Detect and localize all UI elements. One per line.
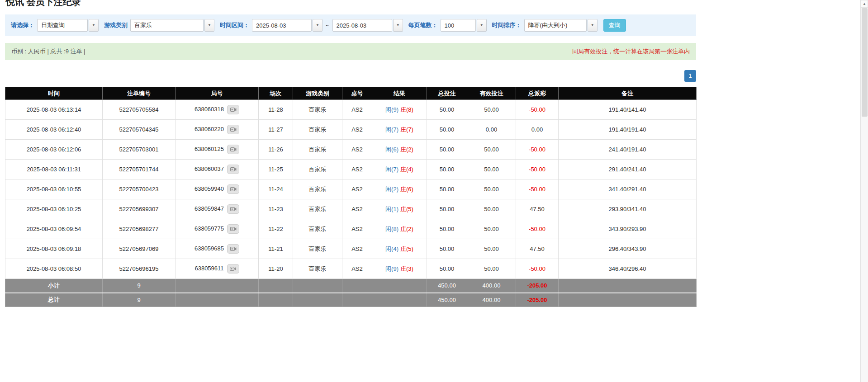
video-camera-icon[interactable] — [227, 204, 239, 214]
table-row: 2025-08-03 06:12:40 522705704345 6380602… — [5, 120, 697, 140]
cell-total-bet[interactable]: 50.00 — [427, 100, 467, 120]
footer-empty-cell — [293, 293, 342, 307]
video-camera-icon[interactable] — [227, 264, 239, 274]
video-camera-icon[interactable] — [227, 145, 239, 154]
cell-bet-id: 522705703001 — [103, 140, 175, 160]
search-button[interactable]: 查询 — [603, 19, 626, 32]
result-player: 闲(1) — [385, 206, 398, 212]
cell-table-id: AS2 — [342, 120, 372, 140]
cell-total-bet[interactable]: 50.00 — [427, 140, 467, 160]
footer-empty-cell — [259, 279, 293, 293]
cell-bet-id: 522705697069 — [103, 239, 175, 259]
cell-game-type: 百家乐 — [293, 179, 342, 199]
cell-table-id: AS2 — [342, 239, 372, 259]
cell-session: 11-25 — [259, 160, 293, 179]
cell-total-bet[interactable]: 50.00 — [427, 120, 467, 140]
footer-empty-cell — [342, 279, 372, 293]
cell-valid-bet: 50.00 — [467, 140, 516, 160]
cell-bet-id: 522705698277 — [103, 219, 175, 239]
cell-total-bet[interactable]: 50.00 — [427, 259, 467, 279]
cell-table-id: AS2 — [342, 259, 372, 279]
cell-round-id: 638060125 — [175, 140, 259, 160]
table-row: 2025-08-03 06:13:14 522705705584 6380603… — [5, 100, 697, 120]
cell-session: 11-27 — [259, 120, 293, 140]
cell-session: 11-23 — [259, 199, 293, 219]
page-size-label: 每页笔数： — [408, 21, 438, 29]
scroll-up-icon[interactable]: ▲ — [861, 0, 868, 8]
page-size-input[interactable] — [441, 19, 476, 32]
select-type-caret-button[interactable]: ▼ — [89, 19, 99, 32]
cell-total-bet[interactable]: 50.00 — [427, 239, 467, 259]
time-sort-caret-button[interactable]: ▼ — [588, 19, 598, 32]
chevron-down-icon: ▼ — [591, 24, 594, 27]
cell-remark: 191.40/141.40 — [559, 100, 697, 120]
result-banker: 庄(4) — [400, 166, 413, 173]
col-header-bet-id: 注单编号 — [103, 87, 175, 100]
date-from-caret-button[interactable]: ▼ — [313, 19, 323, 32]
cell-payout: 47.50 — [516, 199, 559, 219]
select-type-label: 请选择： — [11, 21, 34, 29]
cell-round-id: 638059685 — [175, 239, 259, 259]
total-payout: -205.00 — [516, 293, 559, 307]
round-id-text: 638059685 — [194, 245, 224, 252]
game-type-input[interactable] — [130, 19, 204, 32]
date-from-input[interactable] — [252, 19, 312, 32]
game-type-caret-button[interactable]: ▼ — [204, 19, 214, 32]
cell-total-bet[interactable]: 50.00 — [427, 219, 467, 239]
cell-payout: 0.00 — [516, 120, 559, 140]
round-id-text: 638059611 — [194, 265, 223, 272]
total-total-bet: 450.00 — [427, 293, 467, 307]
cell-total-bet[interactable]: 50.00 — [427, 179, 467, 199]
total-valid-bet: 400.00 — [467, 293, 516, 307]
same-round-notice-text: 同局有效投注，统一计算在该局第一张注单内 — [572, 47, 690, 56]
video-camera-icon[interactable] — [227, 165, 239, 174]
cell-total-bet[interactable]: 50.00 — [427, 160, 467, 179]
date-to-caret-button[interactable]: ▼ — [393, 19, 403, 32]
video-camera-icon[interactable] — [227, 125, 239, 134]
total-row: 总计 9 450.00 400.00 -205.00 — [5, 293, 697, 307]
col-header-payout: 总派彩 — [516, 87, 559, 100]
cell-payout: -50.00 — [516, 179, 559, 199]
cell-round-id: 638059775 — [175, 219, 259, 239]
time-range-label: 时间区间： — [220, 21, 249, 29]
page-button-1[interactable]: 1 — [684, 70, 696, 82]
time-sort-input[interactable] — [524, 19, 587, 32]
result-banker: 庄(5) — [400, 245, 413, 252]
bet-records-table: 时间 注单编号 局号 场次 游戏类别 桌号 结果 总投注 有效投注 总派彩 备注… — [5, 87, 697, 307]
cell-valid-bet: 0.00 — [467, 120, 516, 140]
footer-empty-cell — [293, 279, 342, 293]
col-header-round-id: 局号 — [175, 87, 259, 100]
footer-empty-cell — [175, 293, 259, 307]
video-camera-icon[interactable] — [227, 105, 239, 114]
video-camera-icon[interactable] — [227, 244, 239, 254]
video-camera-icon[interactable] — [227, 224, 239, 234]
cell-result: 闲(2)庄(6) — [372, 179, 427, 199]
cell-round-id: 638059940 — [175, 179, 259, 199]
cell-table-id: AS2 — [342, 140, 372, 160]
result-banker: 庄(3) — [400, 265, 413, 272]
result-player: 闲(6) — [385, 146, 398, 153]
cell-game-type: 百家乐 — [293, 239, 342, 259]
cell-total-bet[interactable]: 50.00 — [427, 199, 467, 219]
cell-session: 11-28 — [259, 100, 293, 120]
table-row: 2025-08-03 06:09:54 522705698277 6380597… — [5, 219, 697, 239]
result-banker: 庄(7) — [400, 126, 413, 133]
chevron-down-icon: ▼ — [396, 24, 400, 27]
col-header-remark: 备注 — [559, 87, 697, 100]
cell-remark: 296.40/343.90 — [559, 239, 697, 259]
result-player: 闲(7) — [385, 126, 398, 133]
page-scrollbar[interactable]: ▲ — [860, 0, 868, 307]
select-type-input[interactable] — [37, 19, 88, 32]
currency-total-text: 币别 : 人民币 | 总共 :9 注单 | — [11, 47, 85, 56]
subtotal-total-bet: 450.00 — [427, 279, 467, 293]
result-banker: 庄(6) — [400, 186, 413, 193]
result-player: 闲(8) — [385, 226, 398, 232]
video-camera-icon[interactable] — [227, 184, 239, 194]
page-size-caret-button[interactable]: ▼ — [477, 19, 487, 32]
col-header-game-type: 游戏类别 — [293, 87, 342, 100]
time-sort-combobox: ▼ — [524, 19, 598, 32]
cell-payout: 47.50 — [516, 239, 559, 259]
scroll-thumb[interactable] — [862, 8, 868, 117]
date-to-input[interactable] — [332, 19, 392, 32]
cell-game-type: 百家乐 — [293, 140, 342, 160]
